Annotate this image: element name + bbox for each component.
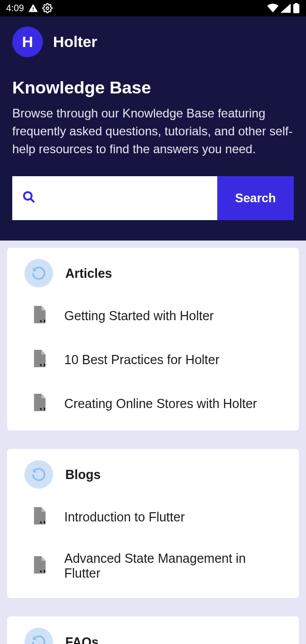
app-avatar-initial: H xyxy=(22,33,33,51)
warning-icon xyxy=(28,3,38,13)
content-area[interactable]: ArticlesGetting Started with Holter10 Be… xyxy=(0,241,306,644)
app-name: Holter xyxy=(53,33,97,51)
svg-rect-2 xyxy=(295,3,298,5)
hero-section: H Holter Knowledge Base Browse through o… xyxy=(0,16,306,241)
list-item-title: Getting Started with Holter xyxy=(64,308,214,323)
status-bar: 4:09 xyxy=(0,0,306,16)
search-button-label: Search xyxy=(235,191,276,205)
category-card: ArticlesGetting Started with Holter10 Be… xyxy=(7,248,299,431)
category-header[interactable]: FAQs xyxy=(7,622,299,644)
list-item[interactable]: Getting Started with Holter xyxy=(7,294,299,338)
cellular-signal-icon xyxy=(280,4,291,13)
search-icon xyxy=(21,189,37,207)
list-item[interactable]: Advanced State Management in Flutter xyxy=(7,539,299,593)
document-icon xyxy=(33,556,47,576)
list-item-title: Creating Online Stores with Holter xyxy=(64,396,257,411)
svg-rect-1 xyxy=(293,4,299,13)
list-item[interactable]: Creating Online Stores with Holter xyxy=(7,381,299,425)
search-field[interactable] xyxy=(12,176,217,220)
list-item-title: Advanced State Management in Flutter xyxy=(64,551,273,581)
list-item[interactable]: 10 Best Practices for Holter xyxy=(7,338,299,381)
list-item[interactable]: Introduction to Flutter xyxy=(7,495,299,539)
gear-icon xyxy=(42,3,53,13)
svg-point-0 xyxy=(46,7,49,10)
category-title: Articles xyxy=(65,266,112,281)
app-header: H Holter xyxy=(12,27,294,57)
category-card: BlogsIntroduction to FlutterAdvanced Sta… xyxy=(7,449,299,598)
refresh-icon xyxy=(24,628,53,644)
page-subtitle: Browse through our Knowledge Base featur… xyxy=(12,105,294,158)
list-item-title: 10 Best Practices for Holter xyxy=(64,352,219,367)
battery-icon xyxy=(293,3,300,13)
document-icon xyxy=(33,507,47,527)
document-icon xyxy=(33,394,47,413)
document-icon xyxy=(33,350,47,369)
refresh-icon xyxy=(24,460,53,489)
page-title: Knowledge Base xyxy=(12,78,294,98)
category-card: FAQsHow do I debug Flutter apps? xyxy=(7,616,299,644)
refresh-icon xyxy=(24,259,53,288)
document-icon xyxy=(33,306,47,325)
list-item-title: Introduction to Flutter xyxy=(64,510,185,524)
search-bar: Search xyxy=(12,176,294,220)
wifi-icon xyxy=(267,4,278,13)
app-avatar[interactable]: H xyxy=(12,27,43,57)
category-header[interactable]: Articles xyxy=(7,253,299,294)
svg-point-3 xyxy=(24,192,32,200)
status-time: 4:09 xyxy=(6,3,24,14)
search-input[interactable] xyxy=(44,192,208,205)
search-button[interactable]: Search xyxy=(217,176,294,220)
category-title: FAQs xyxy=(65,635,98,644)
category-title: Blogs xyxy=(65,467,100,482)
svg-line-4 xyxy=(31,199,34,203)
category-header[interactable]: Blogs xyxy=(7,454,299,495)
